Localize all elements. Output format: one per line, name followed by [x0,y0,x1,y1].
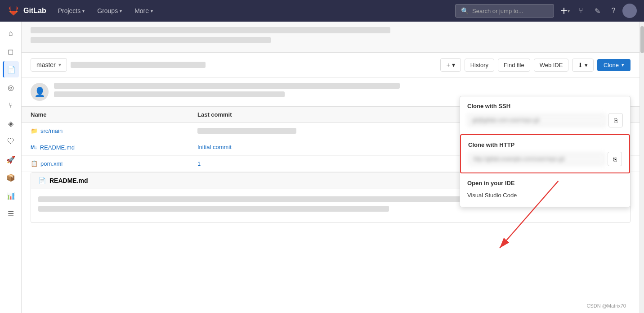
project-title-blur [31,27,390,33]
add-chevron-icon: ▾ [452,61,455,68]
add-file-button[interactable]: + ▾ [440,58,461,72]
icon-sidebar: ⌂ ◻ 📄 ◎ ⑂ ◈ 🛡 🚀 📦 📊 ☰ [0,22,22,313]
column-name: Name [22,107,188,123]
plus-icon: + [446,61,450,68]
sidebar-item-project[interactable]: ◻ [3,43,19,59]
commit-meta-blur [54,91,285,97]
sidebar-item-wiki[interactable]: ☰ [3,205,19,222]
ide-section: Open in your IDE Visual Studio Code [460,173,630,207]
web-ide-button[interactable]: Web IDE [534,59,569,72]
clone-button[interactable]: Clone ▾ [597,59,631,71]
sidebar-item-deploy[interactable]: 🚀 [3,151,19,168]
readme-title: README.md [49,177,88,184]
find-file-button[interactable]: Find file [498,59,530,72]
commit-blur-row1 [197,128,296,134]
main-layout: ⌂ ◻ 📄 ◎ ⑂ ◈ 🛡 🚀 📦 📊 ☰ master ▾ + [0,22,644,313]
sidebar-item-home[interactable]: ⌂ [3,25,19,41]
readme-file-icon: 📄 [38,177,46,184]
download-button[interactable]: ⬇ ▾ [572,59,594,72]
xml-icon: 📋 [31,160,38,167]
navbar: GitLab Projects ▾ Groups ▾ More ▾ 🔍 Sear… [0,0,644,22]
commit-link-readme[interactable]: Initial commit [197,144,232,150]
file-link-src[interactable]: src/main [40,127,63,134]
folder-icon: 📁 [31,127,38,134]
commit-link-pom[interactable]: 1 [197,160,201,167]
chevron-down-icon: ▾ [120,9,122,14]
vscode-option[interactable]: Visual Studio Code [467,190,623,200]
ssh-clone-section: Clone with SSH git@gitlab.com:user/repo.… [460,96,630,134]
sidebar-item-issues[interactable]: ◎ [3,79,19,95]
clone-dropdown: Clone with SSH git@gitlab.com:user/repo.… [460,96,631,207]
column-last-commit: Last commit [188,107,503,123]
readme-line-1 [38,196,506,202]
ssh-section-title: Clone with SSH [467,103,623,109]
dropdown-arrow-icon: ▾ [568,9,570,14]
avatar[interactable] [622,4,637,18]
ssh-copy-button[interactable]: ⎘ [608,113,623,127]
http-section-title: Clone with HTTP [468,141,622,148]
readme-line-2 [38,206,389,212]
help-icon[interactable]: ? [606,4,621,18]
sidebar-item-analytics[interactable]: 📊 [3,187,19,204]
commit-avatar: 👤 [31,83,49,101]
nav-projects[interactable]: Projects ▾ [54,5,89,17]
branch-chevron-icon: ▾ [58,62,61,68]
ssh-url-input[interactable]: git@gitlab.com:user/repo.git [467,114,606,127]
http-url-input[interactable]: http://gitlab.example.com/user/repo.git [468,153,605,165]
path-blur [71,62,206,68]
nav-more[interactable]: More ▾ [130,5,157,17]
sidebar-item-packages[interactable]: 📦 [3,169,19,186]
ide-section-title: Open in your IDE [467,180,623,186]
ssh-url-row: git@gitlab.com:user/repo.git ⎘ [467,113,623,127]
clone-chevron-icon: ▾ [622,62,624,68]
search-box[interactable]: 🔍 Search or jump to... [455,4,554,18]
code-review-icon[interactable]: ⑂ [574,4,588,18]
brand: GitLab [7,5,46,17]
branch-name: master [36,61,56,68]
scrollbar[interactable] [640,22,644,313]
http-clone-section: Clone with HTTP http://gitlab.example.co… [460,134,630,173]
branch-path [71,62,437,68]
search-placeholder: Search or jump to... [472,8,523,14]
create-new-button[interactable]: ▾ [558,4,572,18]
sidebar-item-cicd[interactable]: ◈ [3,115,19,132]
markdown-icon: M↓ [31,145,37,150]
chevron-down-icon: ▾ [151,9,153,14]
nav-groups[interactable]: Groups ▾ [93,5,126,17]
branch-selector[interactable]: master ▾ [31,58,67,72]
http-copy-button[interactable]: ⎘ [608,152,622,166]
content-area: master ▾ + ▾ History Find file Web IDE ⬇… [22,22,640,313]
file-link-readme[interactable]: README.md [40,144,75,151]
file-row-readme: M↓ README.md [31,144,75,151]
todo-icon[interactable]: ✎ [590,4,604,18]
history-button[interactable]: History [465,59,494,72]
search-icon: 🔍 [461,7,469,14]
navbar-icons: ▾ ⑂ ✎ ? [558,4,637,18]
watermark: CSDN @Matrix70 [586,303,626,308]
file-row-pom: 📋 pom.xml [31,160,63,167]
project-subtitle-blur [31,37,271,43]
branch-toolbar: master ▾ + ▾ History Find file Web IDE ⬇… [22,53,640,77]
commit-message-blur [54,83,400,89]
file-link-pom[interactable]: pom.xml [40,160,63,167]
http-url-row: http://gitlab.example.com/user/repo.git … [468,152,622,166]
toolbar-right: History Find file Web IDE ⬇ ▾ Clone ▾ [465,59,631,72]
sidebar-item-security[interactable]: 🛡 [3,133,19,150]
file-row-src: 📁 src/main [31,127,63,134]
gitlab-logo-icon [7,5,20,17]
chevron-down-icon: ▾ [82,9,85,14]
brand-name: GitLab [23,7,46,15]
scrollbar-thumb[interactable] [640,26,644,53]
project-info-section [22,22,640,53]
sidebar-item-repository[interactable]: 📄 [3,61,19,77]
sidebar-item-mergerequests[interactable]: ⑂ [3,97,19,113]
